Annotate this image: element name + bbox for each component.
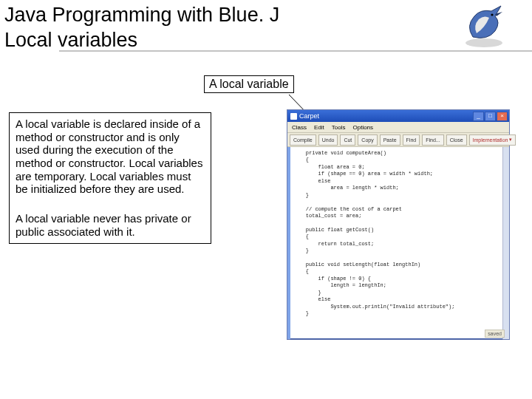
menu-class[interactable]: Class	[292, 124, 307, 131]
callout-label: A local variable	[209, 78, 289, 90]
callout-box: A local variable	[204, 75, 294, 93]
menu-tools[interactable]: Tools	[332, 124, 346, 131]
menu-bar: Class Edit Tools Options	[287, 122, 509, 133]
mode-selector[interactable]: Implementation ▾	[469, 134, 516, 146]
code-area[interactable]: private void computeArea() { float area …	[293, 150, 502, 318]
status-label: saved	[485, 330, 505, 338]
compile-button[interactable]: Compile	[290, 134, 316, 146]
window-titlebar[interactable]: Carpet _ □ ×	[287, 110, 509, 122]
bluejay-icon	[458, 0, 510, 52]
editor-body: private void computeArea() { float area …	[287, 147, 509, 339]
cut-button[interactable]: Cut	[340, 134, 355, 146]
toolbar: Compile Undo Cut Copy Paste Find Find...…	[287, 133, 509, 147]
minimize-button[interactable]: _	[473, 112, 484, 121]
close-toolbar-button[interactable]: Close	[446, 134, 467, 146]
find-button[interactable]: Find	[403, 134, 420, 146]
window-title: Carpet	[289, 112, 319, 120]
menu-edit[interactable]: Edit	[314, 124, 324, 131]
explanation-p1: A local variable is declared inside of a…	[16, 117, 205, 196]
slide-title: Java Programming with Blue. J Local vari…	[4, 3, 359, 53]
explanation-box: A local variable is declared inside of a…	[9, 112, 211, 244]
svg-point-0	[466, 38, 502, 47]
scrollbar-vertical[interactable]	[502, 147, 509, 339]
close-button[interactable]: ×	[497, 112, 508, 121]
header-divider	[59, 50, 532, 52]
editor-window: Carpet _ □ × Class Edit Tools Options Co…	[287, 109, 510, 340]
undo-button[interactable]: Undo	[318, 134, 338, 146]
title-line-1: Java Programming with Blue. J	[4, 4, 279, 26]
maximize-button[interactable]: □	[485, 112, 496, 121]
findnext-button[interactable]: Find...	[422, 134, 443, 146]
title-line-2: Local variables	[4, 29, 137, 51]
explanation-p2: A local variable never has private or pu…	[16, 212, 205, 238]
menu-options[interactable]: Options	[353, 124, 374, 131]
copy-button[interactable]: Copy	[358, 134, 377, 146]
svg-point-1	[491, 13, 493, 16]
app-icon	[290, 113, 297, 120]
line-gutter	[287, 147, 290, 339]
paste-button[interactable]: Paste	[380, 134, 400, 146]
